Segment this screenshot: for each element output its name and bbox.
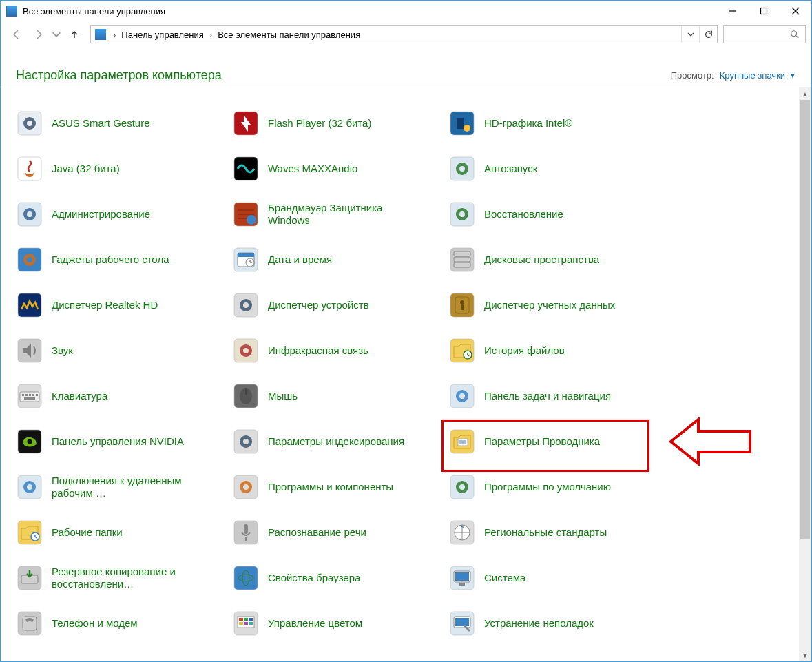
control-panel-item[interactable]: Дисковые пространства <box>446 242 659 278</box>
color-icon <box>229 607 262 640</box>
scroll-down-icon[interactable]: ▼ <box>799 649 811 661</box>
control-panel-item[interactable]: Свойства браузера <box>229 560 443 596</box>
realtek-icon <box>13 289 46 322</box>
phone-icon <box>16 610 43 637</box>
control-panel-item[interactable]: Управление цветом <box>229 606 443 641</box>
control-panel-item[interactable]: Диспетчер учетных данных <box>446 287 659 323</box>
scroll-thumb[interactable] <box>800 100 810 539</box>
svg-rect-112 <box>244 618 248 621</box>
control-panel-item[interactable]: История файлов <box>446 333 659 369</box>
gadgets-icon <box>13 243 46 276</box>
control-panel-item[interactable]: Java (32 бита) <box>13 151 227 187</box>
item-label: Диспетчер устройств <box>268 299 369 311</box>
breadcrumb-root[interactable]: Панель управления <box>118 30 206 40</box>
control-panel-item[interactable]: Подключения к удаленным рабочим … <box>13 469 227 505</box>
control-panel-item[interactable]: Программы по умолчанию <box>446 469 659 505</box>
control-panel-item[interactable]: Панель задач и навигация <box>446 378 659 414</box>
item-label: Flash Player (32 бита) <box>268 117 371 130</box>
address-bar[interactable]: › Панель управления › Все элементы панел… <box>90 25 718 43</box>
control-panel-item[interactable]: Параметры индексирования <box>229 424 443 459</box>
control-panel-item[interactable]: Программы и компоненты <box>229 469 443 505</box>
maximize-button[interactable] <box>748 1 780 21</box>
remoteapp-icon <box>13 470 46 504</box>
window: Все элементы панели управления <box>0 0 812 662</box>
control-panel-item[interactable]: Дата и время <box>229 242 443 278</box>
control-panel-item[interactable]: HD-графика Intel® <box>446 105 659 141</box>
region-icon <box>448 519 476 546</box>
control-panel-item[interactable]: Инфракрасная связь <box>229 333 443 369</box>
defaultprog-icon <box>446 470 479 504</box>
control-panel-item[interactable]: Flash Player (32 бита) <box>229 105 443 141</box>
control-panel-item[interactable]: Waves MAXXAudio <box>229 151 443 187</box>
flash-icon <box>229 107 262 140</box>
control-panel-item[interactable]: ASUS Smart Gesture <box>13 105 227 141</box>
svg-rect-65 <box>24 397 35 400</box>
control-panel-item[interactable]: Клавиатура <box>13 378 227 414</box>
item-label: Гаджеты рабочего стола <box>52 254 169 266</box>
asus-icon <box>16 110 43 137</box>
up-button[interactable] <box>64 24 85 45</box>
address-dropdown[interactable] <box>681 26 699 43</box>
back-button[interactable] <box>6 24 27 45</box>
svg-rect-64 <box>36 394 38 396</box>
svg-rect-12 <box>457 118 464 129</box>
control-panel-item[interactable]: Панель управления NVIDIA <box>13 424 227 459</box>
item-label: Брандмауэр Защитника Windows <box>268 202 426 227</box>
control-panel-item[interactable]: Гаджеты рабочего стола <box>13 242 227 278</box>
svg-rect-62 <box>29 394 31 396</box>
control-panel-item[interactable]: Рабочие папки <box>13 515 227 550</box>
item-label: Программы по умолчанию <box>484 481 611 493</box>
sound-icon <box>13 334 46 367</box>
intel-icon <box>448 110 476 137</box>
svg-point-30 <box>459 211 465 217</box>
item-label: Панель задач и навигация <box>484 390 611 402</box>
item-label: Резервное копирование и восстановлени… <box>52 566 210 590</box>
credmgr-icon <box>448 291 476 319</box>
minimize-button[interactable] <box>716 1 748 21</box>
control-panel-item[interactable]: Диспетчер устройств <box>229 287 443 323</box>
control-panel-item[interactable]: Система <box>446 560 659 596</box>
control-panel-item[interactable]: Мышь <box>229 378 443 414</box>
svg-rect-111 <box>239 618 243 621</box>
svg-rect-106 <box>459 583 465 586</box>
forward-button[interactable] <box>28 24 49 45</box>
search-box[interactable] <box>723 25 806 43</box>
close-button[interactable] <box>780 1 811 21</box>
svg-point-13 <box>464 125 470 132</box>
control-panel-item[interactable]: Автозапуск <box>446 151 659 187</box>
control-panel-item[interactable]: Звук <box>13 333 227 369</box>
recent-dropdown[interactable] <box>50 24 63 45</box>
nvidia-icon <box>16 428 43 455</box>
speech-icon <box>229 516 262 549</box>
sound-icon <box>16 337 43 364</box>
control-panel-item[interactable]: Администрирование <box>13 196 227 232</box>
scroll-up-icon[interactable]: ▲ <box>799 87 811 100</box>
autoplay-icon <box>448 155 476 183</box>
refresh-button[interactable] <box>699 26 717 43</box>
backup-icon <box>16 564 43 592</box>
view-value[interactable]: Крупные значки <box>720 70 785 81</box>
vertical-scrollbar[interactable]: ▲ ▼ <box>799 87 811 661</box>
control-panel-item[interactable]: Телефон и модем <box>13 606 227 641</box>
control-panel-item[interactable]: Параметры Проводника <box>446 424 659 459</box>
svg-point-83 <box>27 484 32 490</box>
breadcrumb-current[interactable]: Все элементы панели управления <box>215 30 363 40</box>
navigation-row: › Панель управления › Все элементы панел… <box>1 21 811 48</box>
mouse-icon <box>229 380 262 413</box>
svg-rect-115 <box>244 622 248 625</box>
scroll-track[interactable] <box>799 100 811 649</box>
control-panel-item[interactable]: Диспетчер Realtek HD <box>13 287 227 323</box>
control-panel-item[interactable]: Резервное копирование и восстановлени… <box>13 560 227 596</box>
window-controls <box>716 1 811 21</box>
system-icon <box>446 561 479 594</box>
java-icon <box>16 155 43 183</box>
control-panel-item[interactable]: Региональные стандарты <box>446 515 659 550</box>
control-panel-item[interactable]: Брандмауэр Защитника Windows <box>229 196 443 232</box>
recovery-icon <box>446 198 479 231</box>
view-dropdown-icon[interactable]: ▼ <box>789 72 796 79</box>
control-panel-item[interactable]: Распознавание речи <box>229 515 443 550</box>
control-panel-item[interactable]: Восстановление <box>446 196 659 232</box>
control-panel-item[interactable]: Устранение неполадок <box>446 606 659 641</box>
item-label: Устранение неполадок <box>484 617 594 630</box>
item-label: Региональные стандарты <box>484 526 607 539</box>
